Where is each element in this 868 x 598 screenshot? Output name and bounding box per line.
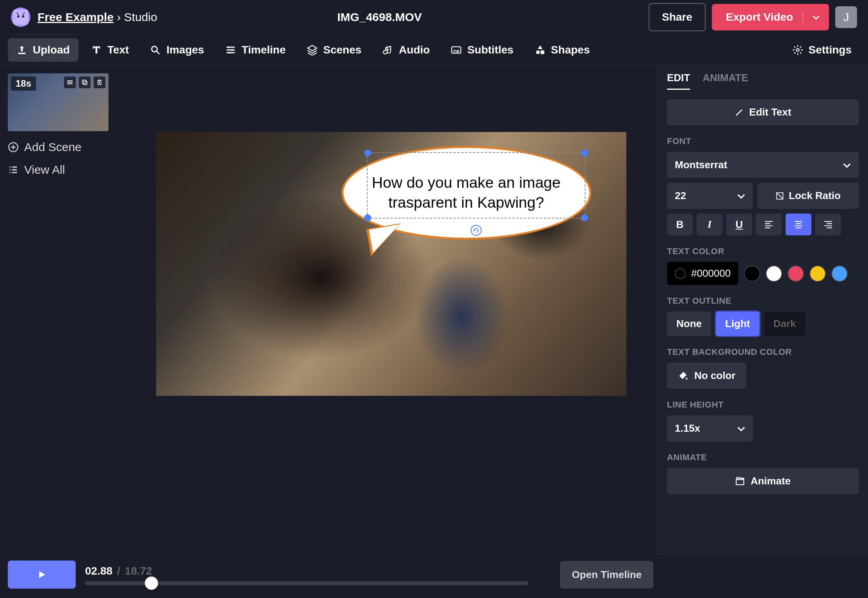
properties-panel: EDIT ANIMATE Edit Text FONT Montserrat 2… bbox=[657, 66, 868, 555]
font-family-select[interactable]: Montserrat bbox=[667, 152, 859, 178]
audio-tool[interactable]: Audio bbox=[374, 38, 438, 62]
open-timeline-button[interactable]: Open Timeline bbox=[560, 561, 653, 589]
resize-handle-tr[interactable] bbox=[581, 150, 588, 157]
underline-button[interactable]: U bbox=[726, 214, 752, 235]
text-tool[interactable]: Text bbox=[82, 38, 138, 62]
scene-menu-icon[interactable] bbox=[64, 77, 76, 88]
file-title[interactable]: IMG_4698.MOV bbox=[110, 11, 649, 24]
chevron-down-icon bbox=[737, 192, 745, 200]
animate-button[interactable]: Animate bbox=[667, 468, 859, 494]
gear-icon bbox=[792, 44, 803, 55]
swatch-red[interactable] bbox=[788, 265, 804, 282]
text-color-value: #000000 bbox=[691, 267, 731, 279]
list-icon bbox=[8, 164, 19, 175]
lock-ratio-label: Lock Ratio bbox=[789, 190, 841, 202]
total-time: 18.72 bbox=[125, 565, 152, 577]
align-right-icon bbox=[823, 219, 833, 230]
align-center-icon bbox=[793, 219, 804, 230]
audio-label: Audio bbox=[399, 44, 430, 56]
align-right-button[interactable] bbox=[815, 214, 841, 235]
clapperboard-icon bbox=[735, 476, 745, 486]
resize-handle-tl[interactable] bbox=[364, 150, 371, 157]
settings-tool[interactable]: Settings bbox=[784, 38, 860, 62]
bg-color-label: TEXT BACKGROUND COLOR bbox=[667, 347, 859, 357]
scene-duplicate-icon[interactable] bbox=[79, 77, 91, 88]
footer: 02.88/18.72 Open Timeline bbox=[0, 555, 868, 598]
export-dropdown-caret[interactable] bbox=[802, 11, 829, 23]
swatch-yellow[interactable] bbox=[809, 265, 826, 282]
slider-thumb[interactable] bbox=[145, 577, 158, 590]
paint-bucket-icon bbox=[678, 370, 689, 381]
resize-handle-bl[interactable] bbox=[364, 214, 371, 221]
tab-animate[interactable]: ANIMATE bbox=[703, 72, 748, 90]
time-slider[interactable] bbox=[85, 581, 528, 585]
text-icon bbox=[91, 44, 102, 55]
scene-duration-badge: 18s bbox=[11, 77, 36, 91]
align-left-icon bbox=[764, 219, 774, 230]
user-avatar[interactable]: J bbox=[835, 6, 857, 28]
bg-color-button[interactable]: No color bbox=[667, 363, 746, 389]
no-color-label: No color bbox=[694, 370, 735, 382]
time-sep: / bbox=[117, 565, 120, 577]
line-height-label: LINE HEIGHT bbox=[667, 400, 859, 410]
edit-text-label: Edit Text bbox=[749, 106, 792, 118]
canvas-area: How do you make an image trasparent in K… bbox=[125, 66, 657, 555]
breadcrumb-link[interactable]: Free Example bbox=[37, 11, 114, 23]
search-icon bbox=[150, 44, 161, 55]
workspace-avatar[interactable] bbox=[11, 7, 30, 27]
font-size-value: 22 bbox=[675, 190, 686, 202]
shapes-label: Shapes bbox=[551, 44, 590, 56]
bold-button[interactable]: B bbox=[667, 214, 693, 235]
svg-point-3 bbox=[152, 46, 157, 52]
swatch-black[interactable] bbox=[744, 265, 760, 282]
scene-thumbnail[interactable]: 18s bbox=[8, 73, 108, 131]
timeline-tool[interactable]: Timeline bbox=[217, 38, 294, 62]
animate-btn-label: Animate bbox=[751, 475, 791, 487]
line-height-select[interactable]: 1.15x bbox=[667, 415, 753, 441]
chevron-down-icon bbox=[737, 425, 745, 432]
scenes-panel: 18s Add Scene View All bbox=[0, 66, 125, 555]
export-video-button[interactable]: Export Video bbox=[712, 4, 829, 30]
resize-handle-br[interactable] bbox=[581, 214, 588, 221]
align-center-button[interactable] bbox=[786, 214, 811, 235]
shapes-icon bbox=[535, 44, 546, 55]
swatch-blue[interactable] bbox=[831, 265, 848, 282]
shapes-tool[interactable]: Shapes bbox=[526, 38, 599, 62]
header-actions: Share Export Video J bbox=[649, 3, 857, 31]
view-all-button[interactable]: View All bbox=[8, 163, 117, 176]
align-left-button[interactable] bbox=[756, 214, 782, 235]
svg-rect-0 bbox=[13, 9, 28, 25]
font-section-label: FONT bbox=[667, 136, 859, 146]
svg-point-8 bbox=[536, 50, 539, 54]
subtitles-tool[interactable]: Subtitles bbox=[442, 38, 522, 62]
outline-dark-button[interactable]: Dark bbox=[764, 311, 806, 336]
subtitles-label: Subtitles bbox=[467, 44, 513, 56]
scenes-tool[interactable]: Scenes bbox=[298, 38, 370, 62]
current-time: 02.88 bbox=[85, 565, 112, 577]
outline-light-button[interactable]: Light bbox=[716, 311, 760, 336]
outline-none-button[interactable]: None bbox=[667, 311, 711, 336]
share-button[interactable]: Share bbox=[649, 3, 706, 31]
tab-edit[interactable]: EDIT bbox=[667, 72, 690, 90]
upload-tool[interactable]: Upload bbox=[8, 38, 78, 62]
scene-delete-icon[interactable] bbox=[94, 77, 105, 88]
images-tool[interactable]: Images bbox=[141, 38, 213, 62]
lock-ratio-button[interactable]: Lock Ratio bbox=[758, 183, 859, 209]
panel-tabs: EDIT ANIMATE bbox=[667, 72, 859, 90]
italic-button[interactable]: I bbox=[697, 214, 722, 235]
text-color-input[interactable]: #000000 bbox=[667, 262, 738, 285]
edit-text-button[interactable]: Edit Text bbox=[667, 99, 859, 125]
add-scene-button[interactable]: Add Scene bbox=[8, 141, 117, 154]
font-size-select[interactable]: 22 bbox=[667, 183, 753, 209]
view-all-label: View All bbox=[24, 163, 65, 176]
selection-box bbox=[367, 152, 585, 219]
timeline-label: Timeline bbox=[242, 44, 286, 56]
video-canvas[interactable]: How do you make an image trasparent in K… bbox=[156, 132, 626, 396]
svg-point-5 bbox=[231, 49, 233, 51]
swatch-white[interactable] bbox=[766, 265, 782, 282]
upload-icon bbox=[16, 44, 27, 55]
text-label: Text bbox=[107, 44, 129, 56]
play-button[interactable] bbox=[8, 561, 76, 589]
rotate-handle[interactable] bbox=[471, 225, 482, 236]
svg-point-1 bbox=[17, 15, 20, 18]
